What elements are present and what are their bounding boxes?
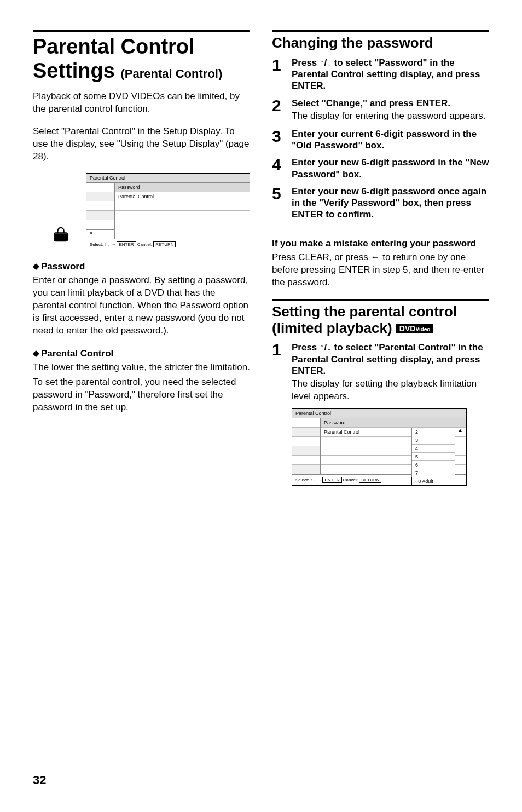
updown-icon: ↑ ↓ bbox=[105, 242, 110, 247]
ui1-title: Parental Control bbox=[86, 174, 250, 183]
section-rule-2 bbox=[272, 299, 489, 301]
title-line1: Parental Control bbox=[33, 35, 195, 58]
step-4: 4 Enter your new 6-digit password in the… bbox=[272, 157, 489, 180]
step-num: 1 bbox=[272, 57, 285, 92]
password-heading-text: Password bbox=[41, 261, 85, 272]
step-3: 3 Enter your current 6-digit password in… bbox=[272, 128, 489, 152]
section-rule-1 bbox=[272, 30, 489, 32]
level-3: 3 bbox=[412, 436, 455, 445]
setting-parental-heading: Setting the parental control (limited pl… bbox=[272, 304, 489, 337]
right-arrow-icon: → bbox=[317, 477, 321, 482]
mistake-heading: If you make a mistake entering your pass… bbox=[272, 238, 489, 249]
step-1: 1 Press ↑/↓ to select "Password" in the … bbox=[272, 57, 489, 92]
sel-text: 8 Adult bbox=[418, 479, 433, 484]
ui2-cancel-label: Cancel: bbox=[343, 477, 358, 482]
right-arrow-icon: → bbox=[111, 242, 115, 247]
ui1-row-parental: Parental Control bbox=[115, 192, 250, 201]
step-head: Enter your new 6-digit password once aga… bbox=[292, 186, 489, 221]
step-num: 1 bbox=[272, 342, 285, 403]
setup-screenshot-2: Parental Control Password Parental Contr… bbox=[292, 408, 467, 486]
title-sub: (Parental Control) bbox=[120, 67, 222, 80]
password-body: Enter or change a password. By setting a… bbox=[33, 274, 250, 337]
step-b-1: 1 Press ↑/↓ to select "Parental Control"… bbox=[272, 342, 489, 403]
page-number: 32 bbox=[33, 773, 46, 787]
ui2-enter: ENTER bbox=[322, 477, 341, 483]
step-head: Select "Change," and press ENTER. bbox=[292, 97, 489, 109]
updown-icon: ↑ ↓ bbox=[310, 477, 316, 482]
dvd-text: DVD bbox=[399, 324, 416, 333]
password-heading: ◆Password bbox=[33, 261, 250, 272]
ui1-enter: ENTER bbox=[117, 241, 136, 247]
ui1-footer: Select: ↑ ↓ → ENTER Cancel: RETURN bbox=[86, 239, 250, 250]
level-6: 6 bbox=[412, 461, 455, 469]
parental-heading-text: Parental Control bbox=[41, 348, 113, 359]
dvd-video-badge: DVDVideo bbox=[396, 324, 434, 333]
ui2-parental-label: Parental Control bbox=[324, 429, 359, 435]
page-title: Parental Control Settings (Parental Cont… bbox=[33, 35, 250, 83]
ui2-row-password: Password bbox=[321, 418, 466, 428]
setting-parental-line1: Setting the parental control bbox=[272, 303, 457, 320]
parental-heading: ◆Parental Control bbox=[33, 348, 250, 359]
step-head: Enter your current 6-digit password in t… bbox=[292, 128, 489, 152]
level-4: 4 bbox=[412, 445, 455, 453]
setting-parental-line2: (limited playback) bbox=[272, 320, 392, 336]
parental-body-2: To set the parental control, you need th… bbox=[33, 376, 250, 414]
sel-dot: · bbox=[415, 479, 417, 484]
step-num: 3 bbox=[272, 128, 285, 152]
left-column: Parental Control Settings (Parental Cont… bbox=[33, 30, 250, 490]
divider bbox=[272, 231, 489, 231]
steps-changing-password: 1 Press ↑/↓ to select "Password" in the … bbox=[272, 57, 489, 221]
ui1-row-password: Password bbox=[115, 183, 250, 192]
level-7: 7 bbox=[412, 469, 455, 477]
right-column: Changing the password 1 Press ↑/↓ to sel… bbox=[272, 30, 489, 490]
ui1-cancel-label: Cancel: bbox=[137, 242, 152, 247]
lock-icon bbox=[54, 227, 70, 242]
intro-para-1: Playback of some DVD VIDEOs can be limit… bbox=[33, 90, 250, 116]
changing-password-heading: Changing the password bbox=[272, 35, 489, 51]
step-2: 2 Select "Change," and press ENTER. The … bbox=[272, 97, 489, 123]
ui2-footer-select: Select: bbox=[295, 477, 309, 482]
intro-para-2: Select "Parental Control" in the Setup D… bbox=[33, 125, 250, 163]
parental-body-1: The lower the setting value, the stricte… bbox=[33, 361, 250, 374]
title-line2: Settings bbox=[33, 59, 115, 82]
step-num: 2 bbox=[272, 97, 285, 123]
step-num: 4 bbox=[272, 157, 285, 180]
video-text: Video bbox=[415, 326, 430, 332]
level-8-adult: · 8 Adult bbox=[411, 477, 455, 485]
diamond-icon: ◆ bbox=[33, 348, 39, 358]
step-head: Press ↑/↓ to select "Password" in the Pa… bbox=[292, 57, 489, 92]
step-head: Press ↑/↓ to select "Parental Control" i… bbox=[292, 342, 489, 377]
level-2: 2 bbox=[412, 428, 455, 436]
ui2-title: Parental Control bbox=[292, 409, 466, 418]
setup-screenshot-1: Parental Control Password Parental Contr… bbox=[77, 173, 250, 250]
steps-setting-parental: 1 Press ↑/↓ to select "Parental Control"… bbox=[272, 342, 489, 403]
ui1-return: RETURN bbox=[153, 241, 176, 247]
step-body: The display for setting the playback lim… bbox=[292, 378, 489, 403]
ui1-footer-select: Select: bbox=[90, 242, 103, 247]
svg-rect-0 bbox=[55, 233, 67, 240]
triangle-up-icon: ▲ bbox=[457, 428, 463, 433]
level-5: 5 bbox=[412, 453, 455, 461]
diamond-icon: ◆ bbox=[33, 261, 39, 270]
level-selector: 2 3 4 5 6 7 · 8 Adult ▲ bbox=[411, 428, 463, 485]
step-5: 5 Enter your new 6-digit password once a… bbox=[272, 186, 489, 221]
step-num: 5 bbox=[272, 186, 285, 221]
mistake-body: Press CLEAR, or press ← to return one by… bbox=[272, 251, 489, 289]
ui2-return: RETURN bbox=[359, 477, 381, 483]
step-head: Enter your new 6-digit password in the "… bbox=[292, 157, 489, 180]
step-body: The display for entering the password ap… bbox=[292, 110, 489, 123]
title-rule bbox=[33, 30, 250, 32]
